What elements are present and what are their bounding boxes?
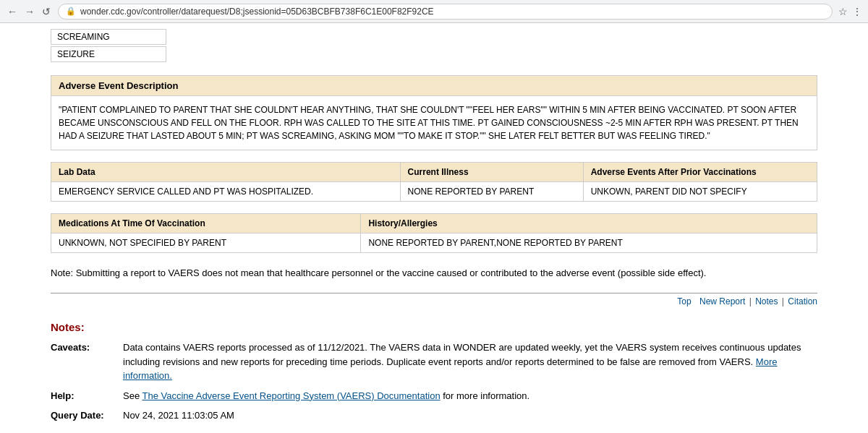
- adverse-event-header: Adverse Event Description: [51, 76, 817, 96]
- caveats-value: Data contains VAERS reports processed as…: [123, 340, 817, 383]
- citation-link[interactable]: Citation: [788, 296, 817, 306]
- pipe-sep-2: |: [782, 296, 784, 306]
- reload-button[interactable]: ↺: [41, 4, 52, 19]
- lock-icon: 🔒: [66, 7, 76, 16]
- medications-header: Medications At Time Of Vaccination: [51, 214, 361, 233]
- current-illness-header: Current Illness: [400, 163, 583, 182]
- lab-data-cell: EMERGENCY SERVICE CALLED AND PT WAS HOSP…: [51, 182, 401, 202]
- caveats-label: Caveats:: [51, 340, 123, 383]
- history-cell: NONE REPORTED BY PARENT,NONE REPORTED BY…: [361, 233, 817, 253]
- new-report-link[interactable]: New Report: [699, 296, 745, 306]
- medications-cell: UNKNOWN, NOT SPECIFIED BY PARENT: [51, 233, 361, 253]
- help-value: See The Vaccine Adverse Event Reporting …: [123, 389, 817, 403]
- browser-nav-icons[interactable]: ← → ↺: [6, 4, 52, 19]
- pipe-sep-1: |: [749, 296, 752, 306]
- notes-link[interactable]: Notes: [755, 296, 778, 306]
- help-label: Help:: [51, 389, 123, 403]
- browser-action-buttons[interactable]: ☆ ⋮: [838, 6, 862, 17]
- top-nav-bar: Top New Report | Notes | Citation: [51, 293, 817, 309]
- address-bar[interactable]: 🔒 wonder.cdc.gov/controller/datarequest/…: [58, 4, 833, 20]
- forward-button[interactable]: →: [23, 4, 36, 19]
- history-header: History/Allergies: [361, 214, 817, 233]
- help-prefix: See: [123, 390, 142, 401]
- caveats-text: Data contains VAERS reports processed as…: [123, 342, 801, 367]
- url-text: wonder.cdc.gov/controller/datarequest/D8…: [80, 7, 434, 17]
- symptom-item: SCREAMING: [51, 29, 166, 45]
- caveats-row: Caveats: Data contains VAERS reports pro…: [51, 340, 817, 383]
- notes-section: Notes: Caveats: Data contains VAERS repo…: [51, 321, 817, 423]
- query-date-row: Query Date: Nov 24, 2021 11:03:05 AM: [51, 408, 817, 423]
- symptom-item: SEIZURE: [51, 46, 166, 62]
- top-link[interactable]: Top: [677, 296, 691, 306]
- current-illness-cell: NONE REPORTED BY PARENT: [400, 182, 583, 202]
- query-date-label: Query Date:: [51, 408, 123, 423]
- back-button[interactable]: ←: [6, 4, 19, 19]
- notes-title: Notes:: [51, 321, 817, 333]
- adverse-events-cell: UNKOWN, PARENT DID NOT SPECIFY: [583, 182, 817, 202]
- settings-button[interactable]: ⋮: [852, 6, 862, 17]
- vaers-docs-link[interactable]: The Vaccine Adverse Event Reporting Syst…: [142, 390, 441, 401]
- lab-data-row: EMERGENCY SERVICE CALLED AND PT WAS HOSP…: [51, 182, 817, 202]
- browser-bar: ← → ↺ 🔒 wonder.cdc.gov/controller/datare…: [0, 0, 868, 23]
- symptoms-list: SCREAMING SEIZURE: [51, 29, 166, 64]
- adverse-events-header: Adverse Events After Prior Vaccinations: [583, 163, 817, 182]
- help-row: Help: See The Vaccine Adverse Event Repo…: [51, 389, 817, 403]
- lab-data-table: Lab Data Current Illness Adverse Events …: [51, 162, 817, 202]
- medications-table: Medications At Time Of Vaccination Histo…: [51, 213, 817, 253]
- help-suffix: for more information.: [441, 390, 530, 401]
- adverse-event-section: Adverse Event Description "PATIENT COMPL…: [51, 75, 817, 150]
- lab-data-header: Lab Data: [51, 163, 401, 182]
- query-date-value: Nov 24, 2021 11:03:05 AM: [123, 408, 817, 423]
- medications-row: UNKNOWN, NOT SPECIFIED BY PARENT NONE RE…: [51, 233, 817, 253]
- disclaimer: Note: Submitting a report to VAERS does …: [51, 265, 817, 281]
- adverse-event-body: "PATIENT COMPLAINED TO PARENT THAT SHE C…: [51, 96, 817, 150]
- star-button[interactable]: ☆: [838, 6, 848, 17]
- page-content: SCREAMING SEIZURE Adverse Event Descript…: [36, 23, 832, 433]
